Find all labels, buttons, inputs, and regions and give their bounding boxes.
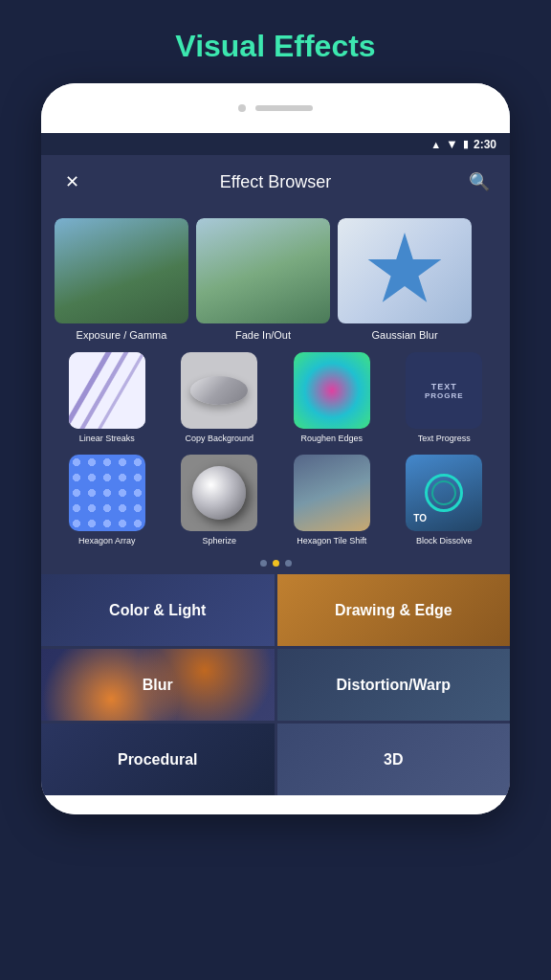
dissolve-circle (425, 474, 463, 512)
preview-card-gaussian[interactable]: Gaussian Blur (338, 218, 472, 343)
category-procedural[interactable]: Procedural (41, 724, 275, 795)
text-prog-line1: TEXT (431, 382, 457, 391)
category-label-3d: 3D (384, 751, 403, 768)
category-label-drawing-edge: Drawing & Edge (335, 602, 452, 619)
effect-grid: Linear Streaks Copy Background Roughen E… (55, 352, 496, 445)
category-label-blur: Blur (143, 677, 173, 694)
preview-card-fade[interactable]: Fade In/Out (196, 218, 330, 343)
wifi-icon: ▼ (446, 137, 458, 151)
preview-thumb-fade (196, 218, 330, 323)
preview-label-exposure: Exposure / Gamma (55, 323, 188, 343)
top-bar-title: Effect Browser (220, 172, 332, 192)
category-label-distortion-warp: Distortion/Warp (337, 677, 451, 694)
effect-thumb-roughen-edges (294, 352, 370, 429)
preview-row: Exposure / Gamma Fade In/Out Gaussian Bl… (41, 218, 510, 343)
effect-name-spherize: Spherize (202, 536, 236, 547)
status-icons: ▲ ▼ ▮ 2:30 (430, 137, 496, 151)
effect-thumb-hexagon-tile (294, 455, 370, 531)
category-label-procedural: Procedural (118, 751, 198, 768)
preview-label-fade: Fade In/Out (196, 323, 330, 343)
effect-name-linear-streaks: Linear Streaks (79, 434, 135, 445)
star-shape (366, 233, 443, 309)
effect-grid-row2: Hexagon Array Spherize Hexagon Tile Shif… (41, 455, 510, 557)
status-bar: ▲ ▼ ▮ 2:30 (41, 133, 510, 155)
phone-bottom (41, 795, 510, 814)
category-label-color-light: Color & Light (109, 602, 206, 619)
dot-1[interactable] (260, 560, 267, 567)
screen: ▲ ▼ ▮ 2:30 ✕ Effect Browser 🔍 Exposure /… (41, 133, 510, 795)
effect-name-hexagon-tile: Hexagon Tile Shift (297, 536, 366, 547)
dot-3[interactable] (285, 560, 292, 567)
effect-thumb-text-progress: TEXT PROGRE (406, 352, 482, 429)
phone-frame: ▲ ▼ ▮ 2:30 ✕ Effect Browser 🔍 Exposure /… (41, 83, 510, 814)
effect-thumb-hexagon-array (69, 455, 145, 531)
sphere-ball (192, 466, 246, 520)
category-color-light[interactable]: Color & Light (41, 574, 275, 646)
text-prog-line2: PROGRE (425, 391, 464, 400)
dissolve-to-label: TO (413, 513, 427, 523)
effect-thumb-copy-background (181, 352, 257, 429)
dot-2-active[interactable] (273, 560, 279, 567)
effect-grid-2: Hexagon Array Spherize Hexagon Tile Shif… (55, 455, 496, 547)
close-button[interactable]: ✕ (56, 167, 87, 197)
effect-item-copy-background[interactable]: Copy Background (167, 352, 273, 445)
effect-item-spherize[interactable]: Spherize (167, 455, 273, 547)
effect-item-linear-streaks[interactable]: Linear Streaks (55, 352, 160, 445)
category-3d[interactable]: 3D (277, 724, 511, 795)
phone-top (41, 83, 510, 133)
phone-speaker (255, 105, 313, 111)
effect-grid-row1: Linear Streaks Copy Background Roughen E… (41, 343, 510, 455)
search-button[interactable]: 🔍 (464, 167, 495, 197)
effect-item-block-dissolve[interactable]: TO Block Dissolve (392, 455, 497, 547)
category-blur[interactable]: Blur (41, 649, 275, 721)
phone-camera (238, 104, 246, 112)
hex-dots (69, 455, 145, 531)
top-bar: ✕ Effect Browser 🔍 (41, 155, 510, 209)
effect-thumb-block-dissolve: TO (406, 455, 482, 531)
preview-label-gaussian: Gaussian Blur (338, 323, 472, 343)
effect-thumb-linear-streaks (69, 352, 145, 429)
preview-card-exposure[interactable]: Exposure / Gamma (55, 218, 188, 343)
pagination-dots (41, 556, 510, 574)
preview-thumb-gaussian (338, 218, 472, 323)
effect-name-hexagon-array: Hexagon Array (78, 536, 136, 547)
status-time: 2:30 (474, 138, 496, 151)
effect-item-hexagon-tile[interactable]: Hexagon Tile Shift (279, 455, 385, 547)
effect-item-text-progress[interactable]: TEXT PROGRE Text Progress (392, 352, 497, 445)
category-distortion-warp[interactable]: Distortion/Warp (277, 649, 511, 721)
preview-thumb-exposure (55, 218, 188, 323)
effect-name-text-progress: Text Progress (418, 434, 471, 445)
categories-grid: Color & Light Drawing & Edge Blur Distor… (41, 574, 510, 795)
effect-thumb-spherize (181, 455, 257, 531)
effect-name-roughen-edges: Roughen Edges (300, 434, 363, 445)
signal-icon: ▲ (430, 139, 441, 150)
effect-name-copy-background: Copy Background (185, 434, 253, 445)
effect-name-block-dissolve: Block Dissolve (416, 536, 473, 547)
effect-item-roughen-edges[interactable]: Roughen Edges (279, 352, 385, 445)
effect-item-hexagon-array[interactable]: Hexagon Array (55, 455, 160, 547)
category-drawing-edge[interactable]: Drawing & Edge (277, 574, 511, 646)
page-title: Visual Effects (175, 0, 375, 83)
copy-bg-shape (190, 376, 248, 405)
battery-icon: ▮ (463, 138, 469, 150)
